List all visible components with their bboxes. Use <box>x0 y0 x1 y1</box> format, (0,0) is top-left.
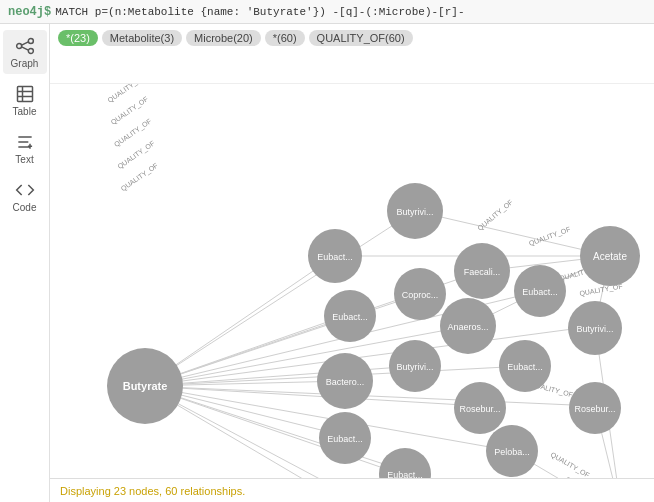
svg-text:QUALITY_OF: QUALITY_OF <box>476 198 515 232</box>
svg-text:Eubact...: Eubact... <box>507 362 543 372</box>
sidebar-item-text[interactable]: Text <box>3 126 47 170</box>
graph-area[interactable]: QUALITY_OF QUALITY_OF QUALITY_OF QUALITY… <box>50 84 654 478</box>
svg-text:Peloba...: Peloba... <box>494 447 530 457</box>
sidebar-text-label: Text <box>15 154 33 165</box>
svg-point-1 <box>28 38 33 43</box>
svg-point-0 <box>16 43 21 48</box>
svg-text:Butyrivi...: Butyrivi... <box>576 324 613 334</box>
tag-microbe[interactable]: Microbe(20) <box>186 30 261 46</box>
sidebar-graph-label: Graph <box>11 58 39 69</box>
svg-text:Eubact...: Eubact... <box>317 252 353 262</box>
svg-point-2 <box>28 48 33 53</box>
svg-line-31 <box>415 211 610 256</box>
svg-text:Eubact...: Eubact... <box>387 470 423 478</box>
svg-rect-5 <box>17 86 32 101</box>
svg-line-4 <box>21 46 28 49</box>
svg-line-3 <box>21 41 28 44</box>
tag-quality-of[interactable]: QUALITY_OF(60) <box>309 30 413 46</box>
svg-text:Acetate: Acetate <box>593 251 627 262</box>
status-bar: Displaying 23 nodes, 60 relationships. <box>50 478 654 502</box>
svg-text:Eubact...: Eubact... <box>327 434 363 444</box>
tags-bar: *(23) Metabolite(3) Microbe(20) *(60) QU… <box>50 24 654 84</box>
graph-svg: QUALITY_OF QUALITY_OF QUALITY_OF QUALITY… <box>50 84 654 478</box>
sidebar-table-label: Table <box>13 106 37 117</box>
svg-text:Bactero...: Bactero... <box>326 377 365 387</box>
content-area: *(23) Metabolite(3) Microbe(20) *(60) QU… <box>50 24 654 502</box>
sidebar-item-table[interactable]: Table <box>3 78 47 122</box>
svg-text:Faecali...: Faecali... <box>464 267 501 277</box>
sidebar-code-label: Code <box>13 202 37 213</box>
svg-text:Butyrivi...: Butyrivi... <box>396 207 433 217</box>
query-text: MATCH p=(n:Metabolite {name: 'Butyrate'}… <box>55 6 464 18</box>
main-layout: Graph Table Text Cod <box>0 24 654 502</box>
query-bar: neo4j$ MATCH p=(n:Metabolite {name: 'But… <box>0 0 654 24</box>
svg-text:Anaeros...: Anaeros... <box>447 322 488 332</box>
svg-text:Eubact...: Eubact... <box>522 287 558 297</box>
status-text: Displaying 23 nodes, 60 relationships. <box>60 485 245 497</box>
svg-line-15 <box>145 294 420 386</box>
tag-nodes-all[interactable]: *(23) <box>58 30 98 46</box>
svg-text:Coproc...: Coproc... <box>402 290 439 300</box>
svg-text:Butyrate: Butyrate <box>123 380 168 392</box>
svg-text:QUALITY_OF: QUALITY_OF <box>528 225 572 247</box>
svg-text:Eubact...: Eubact... <box>332 312 368 322</box>
tag-rels-all[interactable]: *(60) <box>265 30 305 46</box>
svg-text:Butyrivi...: Butyrivi... <box>396 362 433 372</box>
svg-text:QUALITY_OF: QUALITY_OF <box>549 451 591 478</box>
query-prompt: neo4j$ <box>8 5 51 19</box>
svg-text:Rosebur...: Rosebur... <box>574 404 615 414</box>
sidebar: Graph Table Text Cod <box>0 24 50 502</box>
tag-metabolite[interactable]: Metabolite(3) <box>102 30 182 46</box>
sidebar-item-code[interactable]: Code <box>3 174 47 218</box>
svg-line-12 <box>145 211 415 386</box>
sidebar-item-graph[interactable]: Graph <box>3 30 47 74</box>
svg-text:Rosebur...: Rosebur... <box>459 404 500 414</box>
